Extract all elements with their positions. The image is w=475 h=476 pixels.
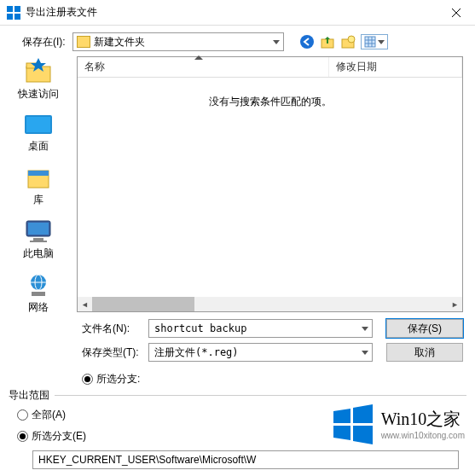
file-fields: 文件名(N): shortcut backup 保存(S) 保存类型(T): 注…	[0, 312, 475, 370]
branch-path-input[interactable]: HKEY_CURRENT_USER\Software\Microsoft\W	[32, 450, 459, 469]
svg-rect-2	[7, 14, 13, 20]
svg-rect-20	[26, 117, 50, 132]
branch-path-value: HKEY_CURRENT_USER\Software\Microsoft\W	[38, 454, 256, 466]
sidebar-item-label: 库	[33, 193, 43, 207]
scope-all-option[interactable]: 全部(A)	[17, 408, 458, 422]
svg-rect-22	[28, 171, 49, 176]
svg-rect-26	[30, 241, 47, 242]
column-headers: 名称 修改日期	[78, 57, 462, 78]
chevron-down-icon	[273, 40, 280, 44]
svg-rect-3	[14, 14, 20, 20]
sidebar-item-label: 桌面	[28, 139, 49, 154]
svg-rect-25	[33, 238, 43, 241]
folder-icon	[77, 36, 90, 48]
main-area: 快速访问 桌面 库 此电脑 网络 名称 修改日期 没有与搜索条件匹配的项。 ◄	[0, 56, 475, 312]
sidebar-item-label: 网络	[28, 300, 49, 315]
sidebar-item-desktop[interactable]: 桌面	[23, 113, 54, 154]
column-date[interactable]: 修改日期	[329, 57, 462, 77]
svg-rect-1	[14, 6, 20, 12]
filetype-label: 保存类型(T):	[82, 345, 140, 360]
radio-selected-branch[interactable]	[17, 431, 28, 442]
cancel-button[interactable]: 取消	[386, 343, 463, 362]
radio-selected-branch-inline[interactable]	[82, 374, 93, 385]
chevron-down-icon	[362, 351, 368, 355]
places-sidebar: 快速访问 桌面 库 此电脑 网络	[0, 56, 77, 312]
filename-value: shortcut backup	[154, 322, 246, 334]
sidebar-item-network[interactable]: 网络	[23, 273, 54, 315]
save-in-toolbar: 保存在(I): 新建文件夹	[0, 26, 475, 56]
filename-label: 文件名(N):	[82, 322, 140, 336]
svg-rect-0	[7, 6, 13, 12]
empty-message: 没有与搜索条件匹配的项。	[78, 78, 462, 297]
export-scope-separator: 导出范围	[9, 395, 466, 396]
folder-name: 新建文件夹	[94, 35, 145, 49]
scroll-right-icon[interactable]: ►	[448, 297, 462, 311]
filetype-value: 注册文件(*.reg)	[154, 345, 239, 360]
view-menu-icon[interactable]	[361, 34, 388, 49]
save-in-label: 保存在(I):	[22, 35, 66, 49]
app-icon	[7, 6, 20, 20]
sidebar-item-this-pc[interactable]: 此电脑	[23, 219, 54, 261]
export-scope-label: 导出范围	[9, 388, 55, 403]
svg-rect-11	[365, 37, 375, 47]
svg-rect-30	[32, 292, 45, 296]
scope-selected-label: 所选分支(E)	[32, 429, 86, 444]
new-folder-icon[interactable]	[340, 34, 356, 49]
chevron-down-icon	[362, 327, 368, 331]
up-one-level-icon[interactable]	[320, 34, 335, 49]
selected-branch-inline[interactable]: 所选分支:	[0, 372, 475, 386]
scope-selected-option[interactable]: 所选分支(E)	[17, 429, 458, 444]
sidebar-item-label: 快速访问	[18, 87, 59, 102]
scroll-thumb[interactable]	[92, 297, 194, 311]
folder-combo[interactable]: 新建文件夹	[72, 32, 284, 51]
filetype-combo[interactable]: 注册文件(*.reg)	[148, 343, 373, 362]
sidebar-item-label: 此电脑	[23, 247, 54, 261]
window-title: 导出注册表文件	[26, 5, 437, 20]
save-button[interactable]: 保存(S)	[386, 319, 463, 338]
export-scope-group: 全部(A) 所选分支(E) HKEY_CURRENT_USER\Software…	[0, 396, 475, 476]
titlebar: 导出注册表文件	[0, 0, 475, 26]
svg-rect-8	[327, 38, 328, 44]
radio-all[interactable]	[17, 409, 28, 421]
column-name[interactable]: 名称	[78, 57, 329, 77]
horizontal-scrollbar[interactable]: ◄ ►	[78, 297, 462, 311]
svg-point-6	[300, 35, 314, 49]
svg-rect-24	[28, 223, 49, 235]
scroll-left-icon[interactable]: ◄	[78, 297, 92, 311]
selected-branch-inline-label: 所选分支:	[96, 372, 140, 386]
close-button[interactable]	[437, 0, 475, 26]
scope-all-label: 全部(A)	[32, 408, 66, 422]
svg-rect-16	[26, 67, 50, 82]
chevron-down-icon	[378, 40, 385, 44]
back-icon[interactable]	[299, 34, 315, 49]
sidebar-item-quick-access[interactable]: 快速访问	[18, 58, 59, 102]
file-list[interactable]: 名称 修改日期 没有与搜索条件匹配的项。 ◄ ►	[77, 56, 463, 312]
filename-input[interactable]: shortcut backup	[148, 319, 373, 338]
sidebar-item-library[interactable]: 库	[23, 165, 54, 207]
svg-point-10	[348, 36, 355, 43]
